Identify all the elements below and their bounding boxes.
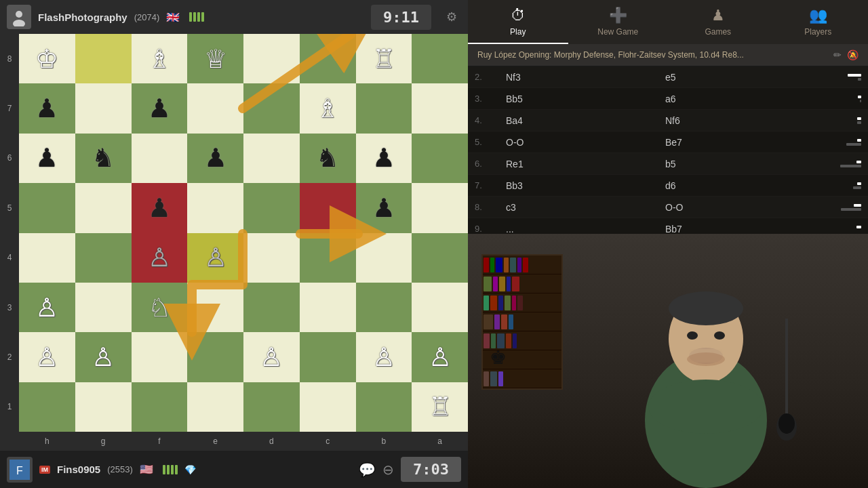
square-a4[interactable] bbox=[412, 233, 468, 283]
white-move[interactable]: c3 bbox=[502, 200, 661, 215]
piece-BN-c6[interactable]: ♞ bbox=[316, 145, 339, 171]
piece-WR-b8[interactable]: ♖ bbox=[372, 46, 395, 72]
square-c2[interactable] bbox=[300, 332, 356, 382]
square-e3[interactable] bbox=[187, 283, 243, 332]
piece-WP-h2[interactable]: ♙ bbox=[35, 344, 58, 370]
piece-WR-a1[interactable]: ♖ bbox=[429, 394, 452, 420]
square-a5[interactable] bbox=[412, 183, 468, 232]
piece-BP-f5[interactable]: ♟ bbox=[148, 195, 171, 221]
square-g7[interactable] bbox=[75, 83, 132, 133]
piece-BP-f7[interactable]: ♟ bbox=[148, 96, 171, 121]
black-move[interactable]: d6 bbox=[661, 178, 821, 193]
gear-button[interactable]: ⚙ bbox=[442, 7, 461, 26]
square-a6[interactable] bbox=[412, 134, 468, 183]
moves-panel[interactable]: 2.Nf3e53.Bb5a64.Ba4Nf65.O-OBe76.Re1b57.B… bbox=[468, 66, 868, 234]
edit-button[interactable]: ✏ bbox=[833, 49, 842, 60]
square-c1[interactable] bbox=[300, 382, 356, 432]
square-g4[interactable] bbox=[75, 233, 132, 283]
white-move[interactable]: Ba4 bbox=[502, 113, 661, 128]
square-d1[interactable] bbox=[243, 382, 300, 432]
piece-WP-d2[interactable]: ♙ bbox=[260, 344, 283, 370]
square-h8[interactable]: ♔ bbox=[19, 34, 75, 83]
square-c8[interactable] bbox=[300, 34, 356, 83]
square-c7[interactable]: ♗ bbox=[300, 83, 356, 133]
piece-WP-g2[interactable]: ♙ bbox=[92, 344, 115, 370]
nav-games[interactable]: ♟ Games bbox=[668, 0, 768, 44]
black-move[interactable]: a6 bbox=[661, 92, 821, 106]
nav-new-game[interactable]: ➕ New Game bbox=[568, 0, 669, 44]
chess-board[interactable]: 8♔♗♕♖7♟♟♗6♟♞♟♞♟5♟♟4♙♙3♙♘2♙♙♙♙♙1♖hgfedcba bbox=[0, 34, 468, 451]
white-move[interactable]: Nf3 bbox=[502, 70, 661, 85]
square-f3[interactable]: ♘ bbox=[132, 283, 188, 332]
piece-BP-h7[interactable]: ♟ bbox=[35, 96, 58, 121]
piece-WP-a2[interactable]: ♙ bbox=[429, 344, 452, 370]
square-f7[interactable]: ♟ bbox=[132, 83, 188, 133]
piece-BP-b6[interactable]: ♟ bbox=[372, 145, 395, 171]
piece-WK-h8[interactable]: ♔ bbox=[35, 46, 58, 72]
square-g6[interactable]: ♞ bbox=[75, 134, 132, 183]
black-move[interactable]: e5 bbox=[661, 70, 821, 85]
nav-play[interactable]: ⏱ Play bbox=[468, 0, 568, 44]
piece-WP-e4[interactable]: ♙ bbox=[204, 245, 227, 270]
white-move[interactable]: Bb3 bbox=[502, 178, 661, 193]
piece-WQ-e8[interactable]: ♕ bbox=[204, 46, 227, 72]
square-c6[interactable]: ♞ bbox=[300, 134, 356, 183]
piece-BP-h6[interactable]: ♟ bbox=[35, 145, 58, 171]
square-h2[interactable]: ♙ bbox=[19, 332, 75, 382]
square-e4[interactable]: ♙ bbox=[187, 233, 243, 283]
square-g5[interactable] bbox=[75, 183, 132, 232]
square-f8[interactable]: ♗ bbox=[132, 34, 188, 83]
square-b3[interactable] bbox=[356, 283, 412, 332]
black-move[interactable]: Bb7 bbox=[661, 222, 821, 235]
piece-BP-e6[interactable]: ♟ bbox=[204, 145, 227, 171]
square-h1[interactable] bbox=[19, 382, 75, 432]
square-d8[interactable] bbox=[243, 34, 300, 83]
square-e5[interactable] bbox=[187, 183, 243, 232]
piece-WP-b2[interactable]: ♙ bbox=[372, 344, 395, 370]
square-d7[interactable] bbox=[243, 83, 300, 133]
nav-players[interactable]: 👥 Players bbox=[768, 0, 869, 44]
square-h3[interactable]: ♙ bbox=[19, 283, 75, 332]
square-b8[interactable]: ♖ bbox=[356, 34, 412, 83]
square-f1[interactable] bbox=[132, 382, 188, 432]
square-f5[interactable]: ♟ bbox=[132, 183, 188, 232]
piece-WB-c7[interactable]: ♗ bbox=[316, 96, 339, 121]
square-a8[interactable] bbox=[412, 34, 468, 83]
black-move[interactable]: O-O bbox=[661, 200, 821, 215]
square-b7[interactable] bbox=[356, 83, 412, 133]
square-d2[interactable]: ♙ bbox=[243, 332, 300, 382]
square-d3[interactable] bbox=[243, 283, 300, 332]
square-h5[interactable] bbox=[19, 183, 75, 232]
square-d4[interactable] bbox=[243, 233, 300, 283]
piece-WP-h3[interactable]: ♙ bbox=[35, 295, 58, 321]
square-f4[interactable]: ♙ bbox=[132, 233, 188, 283]
white-move[interactable]: O-O bbox=[502, 135, 661, 150]
black-move[interactable]: b5 bbox=[661, 157, 821, 171]
black-move[interactable]: Nf6 bbox=[661, 113, 821, 128]
square-c5[interactable] bbox=[300, 183, 356, 232]
info-button[interactable]: 🔕 bbox=[847, 49, 859, 60]
square-e7[interactable] bbox=[187, 83, 243, 133]
draw-button[interactable]: ⊖ bbox=[382, 462, 394, 478]
square-e2[interactable] bbox=[187, 332, 243, 382]
square-g3[interactable] bbox=[75, 283, 132, 332]
piece-WN-f3[interactable]: ♘ bbox=[148, 295, 171, 321]
piece-WB-f8[interactable]: ♗ bbox=[148, 46, 171, 72]
white-move[interactable]: Bb5 bbox=[502, 92, 661, 106]
square-a1[interactable]: ♖ bbox=[412, 382, 468, 432]
square-d5[interactable] bbox=[243, 183, 300, 232]
square-h6[interactable]: ♟ bbox=[19, 134, 75, 183]
square-f6[interactable] bbox=[132, 134, 188, 183]
black-move[interactable]: Be7 bbox=[661, 135, 821, 150]
square-b5[interactable]: ♟ bbox=[356, 183, 412, 232]
square-b2[interactable]: ♙ bbox=[356, 332, 412, 382]
square-e1[interactable] bbox=[187, 382, 243, 432]
square-a2[interactable]: ♙ bbox=[412, 332, 468, 382]
square-e6[interactable]: ♟ bbox=[187, 134, 243, 183]
square-a3[interactable] bbox=[412, 283, 468, 332]
square-e8[interactable]: ♕ bbox=[187, 34, 243, 83]
square-d6[interactable] bbox=[243, 134, 300, 183]
square-b4[interactable] bbox=[356, 233, 412, 283]
square-g1[interactable] bbox=[75, 382, 132, 432]
square-f2[interactable] bbox=[132, 332, 188, 382]
